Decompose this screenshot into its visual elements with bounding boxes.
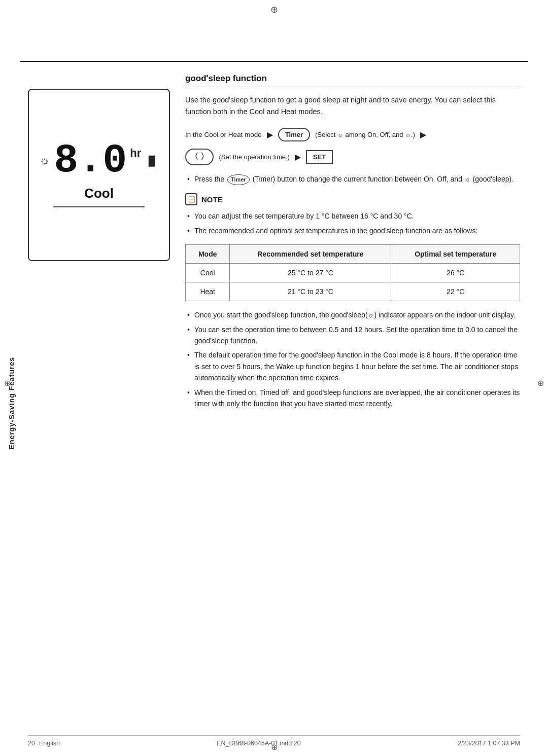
- instruction1-label: In the Cool or Heat mode: [185, 131, 262, 138]
- section-title: good'sleep function: [185, 74, 520, 87]
- table-header-recommended: Recommended set temperature: [230, 245, 391, 264]
- right-content: good'sleep function Use the good'sleep f…: [185, 74, 520, 417]
- lower-bullet-4: When the Timed on, Timed off, and good's…: [185, 387, 520, 410]
- display-hr: hr: [130, 147, 141, 160]
- press-the-text: Press the: [194, 175, 226, 183]
- main-content: ☼ 8.0 hr ▐▌ Cool good'sleep function Use…: [28, 74, 520, 715]
- lower-bullets: Once you start the good'sleep function, …: [185, 309, 520, 409]
- display-digits: 8.0: [54, 142, 127, 179]
- table-header-mode: Mode: [186, 245, 230, 264]
- temperature-table: Mode Recommended set temperature Optimal…: [185, 244, 520, 301]
- timer-button-1: Timer: [278, 128, 310, 141]
- lower-bullet-1: Once you start the good'sleep function, …: [185, 309, 520, 320]
- table-cell-cool-mode: Cool: [186, 264, 230, 282]
- sidebar-label: Energy-Saving Features: [8, 357, 16, 449]
- note-bullets: You can adjust the set temperature by 1 …: [185, 210, 520, 236]
- sidebar: Energy-Saving Features: [0, 81, 23, 726]
- footer-date: 2/23/2017 1:07:33 PM: [458, 740, 520, 747]
- reg-mark-right: ⊕: [537, 378, 544, 388]
- table-header-optimal: Optimal set temperature: [391, 245, 520, 264]
- instruction-row-2: 〈 〉 (Set the operation time.) ▶ SET: [185, 149, 520, 165]
- display-top-row: ☼ 8.0 hr ▐▌: [34, 142, 164, 179]
- top-rule: [20, 61, 528, 62]
- reg-mark-bottom: ⊕: [271, 742, 278, 752]
- lower-bullet-3: The default operation time for the good'…: [185, 349, 520, 383]
- page-number-area: 20 English: [28, 740, 60, 747]
- lower-bullet-2: You can set the operation time to betwee…: [185, 324, 520, 347]
- table-row-heat: Heat 21 °C to 23 °C 22 °C: [186, 282, 520, 301]
- instruction1-paren: (Select ☼ among On, Off, and ☼.): [315, 131, 415, 138]
- table-row-cool: Cool 25 °C to 27 °C 26 °C: [186, 264, 520, 282]
- sun-icon-left: ☼: [40, 154, 50, 167]
- footer-file: EN_DB68-06045A-01.indd 20: [217, 740, 300, 747]
- display-underline: [53, 206, 145, 207]
- instruction1-arrow2: ▶: [420, 130, 426, 139]
- note-bullet-2: The recommended and optimal set temperat…: [185, 225, 520, 236]
- bar-icon: ▐▌: [145, 156, 158, 166]
- timer-bullet-rest: (Timer) button to change the current fun…: [251, 175, 513, 183]
- instruction1-arrow: ▶: [267, 130, 273, 139]
- reg-mark-top: ⊕: [270, 4, 278, 15]
- table-cell-cool-recommended: 25 °C to 27 °C: [230, 264, 391, 282]
- description-text: Use the good'sleep function to get a goo…: [185, 94, 520, 118]
- table-cell-cool-optimal: 26 °C: [391, 264, 520, 282]
- timer-bullet-item: Press the Timer (Timer) button to change…: [185, 173, 520, 185]
- instruction2-paren: (Set the operation time.): [219, 153, 289, 161]
- note-label: NOTE: [201, 195, 223, 204]
- table-cell-heat-mode: Heat: [186, 282, 230, 301]
- timer-bullet-list: Press the Timer (Timer) button to change…: [185, 173, 520, 185]
- instruction-row-1: In the Cool or Heat mode ▶ Timer (Select…: [185, 128, 520, 141]
- table-cell-heat-optimal: 22 °C: [391, 282, 520, 301]
- chevron-button: 〈 〉: [185, 149, 214, 165]
- reg-mark-left: ⊕: [4, 378, 11, 388]
- note-bullet-1: You can adjust the set temperature by 1 …: [185, 210, 520, 222]
- page-number: 20: [28, 740, 35, 747]
- table-cell-heat-recommended: 21 °C to 23 °C: [230, 282, 391, 301]
- set-button: SET: [306, 150, 333, 164]
- display-panel: ☼ 8.0 hr ▐▌ Cool: [28, 89, 170, 261]
- display-icons-right: ▐▌: [145, 156, 158, 166]
- page-language: English: [39, 740, 60, 747]
- note-icon: 📋: [185, 193, 197, 205]
- timer-icon-inline: Timer: [227, 174, 250, 186]
- note-header: 📋 NOTE: [185, 193, 520, 205]
- instruction2-arrow: ▶: [295, 152, 301, 162]
- display-cool-text: Cool: [84, 186, 114, 201]
